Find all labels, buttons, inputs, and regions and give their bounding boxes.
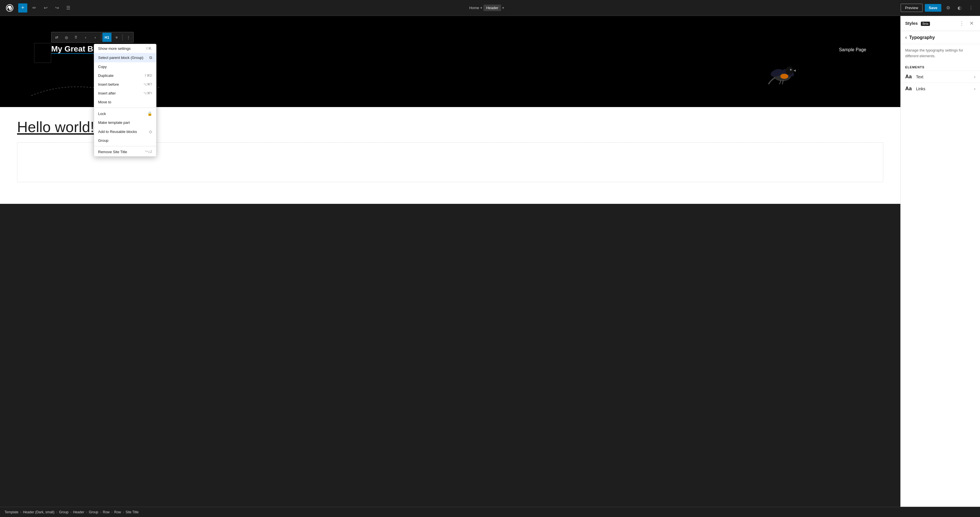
panel-header: Styles Beta ⋮ ✕: [900, 16, 980, 31]
nav-dropdown-chevron[interactable]: ▾: [502, 6, 504, 10]
add-reusable-label: Add to Reusable blocks: [98, 129, 137, 134]
block-toolbar: ⇄ ◎ ⠿ ‹ › H1 ≡ ⋮: [51, 32, 134, 43]
text-element-item[interactable]: Aa Text ›: [900, 70, 980, 83]
save-button[interactable]: Save: [925, 4, 941, 12]
move-to-label: Move to: [98, 100, 111, 104]
group-label: Group: [98, 138, 108, 143]
bc-sep-5: ›: [100, 510, 101, 514]
bc-group-2[interactable]: Group: [89, 510, 98, 514]
make-template-label: Make template part: [98, 120, 130, 125]
lock-icon: 🔒: [147, 111, 152, 116]
bird-illustration: [764, 56, 801, 91]
text-element-aa: Aa: [905, 74, 913, 80]
prev-block-button[interactable]: ‹: [81, 33, 90, 42]
move-to-item[interactable]: Move to: [94, 97, 156, 107]
bc-template[interactable]: Template: [5, 510, 19, 514]
right-panel: Styles Beta ⋮ ✕ ‹ Typography Manage the …: [900, 16, 980, 507]
main-area: ⇄ ◎ ⠿ ‹ › H1 ≡ ⋮ My Great Blog Sample Pa…: [0, 16, 980, 507]
show-more-settings-label: Show more settings: [98, 46, 130, 51]
block-more-button[interactable]: ⋮: [124, 33, 133, 42]
next-block-button[interactable]: ›: [91, 33, 100, 42]
bc-group-1[interactable]: Group: [59, 510, 68, 514]
show-more-shortcut: ⇧⌘,: [146, 47, 152, 50]
toolbar-divider-2: [122, 34, 123, 41]
bc-header[interactable]: Header: [73, 510, 84, 514]
select-parent-icon: ⧉: [149, 55, 152, 60]
insert-after-item[interactable]: Insert after ⌥⌘Y: [94, 89, 156, 97]
duplicate-label: Duplicate: [98, 73, 113, 78]
remove-site-title-item[interactable]: Remove Site Title ^⌥Z: [94, 147, 156, 156]
insert-after-label: Insert after: [98, 91, 116, 96]
preview-button[interactable]: Preview: [900, 4, 922, 12]
svg-point-5: [786, 67, 794, 75]
select-parent-item[interactable]: Select parent block (Group) ⧉: [94, 53, 156, 62]
bc-header-dark[interactable]: Header (Dark, small): [23, 510, 55, 514]
transform-block-button[interactable]: ⇄: [52, 33, 61, 42]
insert-before-label: Insert before: [98, 82, 119, 86]
links-element-aa: Aa: [905, 86, 913, 92]
copy-label: Copy: [98, 65, 107, 69]
nav-chevron: ▾: [480, 6, 482, 10]
edit-button[interactable]: ✏: [30, 3, 39, 13]
bc-sep-4: ›: [86, 510, 87, 514]
toolbar-right: Preview Save ⚙ ◐ ⋮: [900, 3, 975, 13]
typography-title: Typography: [909, 35, 935, 40]
reusable-icon: ◇: [149, 129, 152, 134]
svg-point-4: [780, 74, 788, 79]
elements-label: ELEMENTS: [900, 62, 980, 70]
heading-level-button[interactable]: H1: [102, 33, 111, 42]
panel-close-button[interactable]: ✕: [967, 19, 975, 27]
remove-site-title-label: Remove Site Title: [98, 150, 127, 154]
svg-line-9: [780, 80, 781, 84]
panel-back-section: ‹ Typography: [900, 31, 980, 44]
make-template-item[interactable]: Make template part: [94, 118, 156, 127]
svg-point-8: [791, 69, 791, 70]
duplicate-shortcut: ⇧⌘D: [144, 74, 152, 77]
bc-sep-2: ›: [56, 510, 57, 514]
toolbar-divider: [101, 34, 101, 41]
lock-item[interactable]: Lock 🔒: [94, 109, 156, 118]
redo-button[interactable]: ↪: [52, 3, 61, 13]
insert-before-item[interactable]: Insert before ⌥⌘T: [94, 80, 156, 89]
nav-current[interactable]: Header: [484, 5, 501, 11]
text-align-button[interactable]: ≡: [112, 33, 121, 42]
nav-home[interactable]: Home: [469, 6, 479, 10]
bc-site-title[interactable]: Site Title: [126, 510, 139, 514]
settings-button[interactable]: ⚙: [943, 3, 953, 13]
bc-row-2[interactable]: Row: [115, 510, 121, 514]
text-element-name: Text: [916, 75, 923, 79]
sample-page-link[interactable]: Sample Page: [839, 47, 866, 53]
more-options-button[interactable]: ⋮: [966, 3, 975, 13]
beta-badge: Beta: [921, 22, 930, 26]
dark-mode-button[interactable]: ◐: [955, 3, 964, 13]
lock-label: Lock: [98, 112, 106, 116]
select-parent-label: Select parent block (Group): [98, 56, 143, 60]
links-element-name: Links: [916, 86, 925, 91]
panel-more-button[interactable]: ⋮: [958, 19, 966, 27]
bc-sep-6: ›: [111, 510, 113, 514]
list-view-button[interactable]: ☰: [64, 3, 73, 13]
panel-back-button[interactable]: ‹: [905, 34, 907, 40]
top-toolbar: + ✏ ↩ ↪ ☰ Home ▾ Header ▾ Preview Save ⚙…: [0, 0, 980, 16]
typography-description: Manage the typography settings for diffe…: [900, 44, 980, 62]
duplicate-item[interactable]: Duplicate ⇧⌘D: [94, 71, 156, 80]
links-element-item[interactable]: Aa Links ›: [900, 83, 980, 94]
links-element-chevron: ›: [974, 86, 975, 91]
add-reusable-item[interactable]: Add to Reusable blocks ◇: [94, 127, 156, 136]
bc-sep-3: ›: [70, 510, 72, 514]
nav-breadcrumb: Home ▾ Header ▾: [75, 5, 898, 11]
drag-handle-button[interactable]: ⠿: [72, 33, 81, 42]
block-location-button[interactable]: ◎: [62, 33, 71, 42]
show-more-settings-item[interactable]: Show more settings ⇧⌘,: [94, 44, 156, 53]
insert-after-shortcut: ⌥⌘Y: [143, 91, 152, 95]
wordpress-logo: [5, 3, 15, 13]
bc-sep-7: ›: [123, 510, 124, 514]
group-item[interactable]: Group: [94, 136, 156, 145]
panel-title-group: Styles Beta: [905, 21, 930, 26]
bc-row-1[interactable]: Row: [103, 510, 110, 514]
canvas: ⇄ ◎ ⠿ ‹ › H1 ≡ ⋮ My Great Blog Sample Pa…: [0, 16, 900, 507]
add-block-button[interactable]: +: [18, 3, 27, 13]
insert-before-shortcut: ⌥⌘T: [143, 83, 152, 86]
undo-button[interactable]: ↩: [41, 3, 50, 13]
copy-item[interactable]: Copy: [94, 62, 156, 71]
